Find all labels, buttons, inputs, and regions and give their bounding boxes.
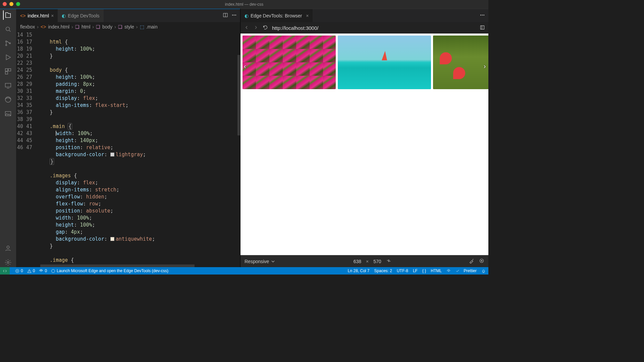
svg-rect-5 [8,69,11,71]
vertical-scrollbar[interactable] [237,55,240,135]
carousel-image [338,36,431,89]
tab-edge-devtools[interactable]: ◐ Edge DevTools [58,9,103,22]
language-mode-icon[interactable]: { } [422,268,426,273]
tab-index-html[interactable]: <> index.html × [16,9,58,22]
svg-point-10 [7,246,9,248]
image-viewer-icon[interactable] [3,109,13,118]
nav-forward-icon[interactable] [253,25,259,31]
breadcrumb-item[interactable]: .main [146,24,158,29]
launch-edge-hint[interactable]: Launch Microsoft Edge and open the Edge … [51,268,168,273]
close-tab-icon[interactable]: × [306,13,309,18]
breadcrumbs[interactable]: flexbox › <> index.html › ❑ html › ❑ bod… [16,22,240,32]
remote-indicator[interactable] [0,267,10,275]
encoding[interactable]: UTF-8 [397,268,408,273]
chevron-right-icon: › [92,24,94,29]
html-file-icon: <> [41,24,46,29]
more-actions-icon[interactable] [480,12,485,19]
carousel-next-icon[interactable]: › [481,62,488,70]
window-title: index.html — dev-css [225,2,264,7]
explorer-icon[interactable] [3,10,12,20]
code-content[interactable]: html { height: 100%; } body { height: 10… [38,32,240,267]
device-mode-select[interactable]: Responsive [245,259,276,264]
svg-rect-6 [5,72,8,74]
svg-point-1 [6,41,7,42]
svg-point-13 [232,15,233,15]
svg-point-18 [484,15,484,15]
devtools-pane: ◐ Edge DevTools: Browser × http://localh… [240,9,488,267]
edge-icon: ◐ [62,13,66,18]
search-icon[interactable] [3,24,13,34]
prettier-status[interactable]: Prettier [455,268,477,273]
breadcrumb-item[interactable]: flexbox [20,24,35,29]
live-server-icon[interactable] [446,269,451,273]
editor-pane: <> index.html × ◐ Edge DevTools flexbox … [16,9,240,267]
breadcrumb-item[interactable]: html [82,24,90,29]
svg-point-24 [52,269,55,273]
svg-point-21 [481,260,482,261]
svg-rect-4 [5,69,8,71]
carousel-prev-icon[interactable]: ‹ [241,62,249,70]
nav-back-icon[interactable] [244,25,249,31]
tab-label: Edge DevTools [68,13,99,18]
svg-point-11 [7,261,9,263]
edge-icon: ◐ [245,13,249,18]
eol[interactable]: LF [413,268,418,273]
html-file-icon: <> [20,13,25,18]
svg-point-2 [6,45,7,46]
chevron-right-icon: › [114,24,116,29]
breadcrumb-item[interactable]: style [124,24,134,29]
svg-point-14 [234,15,234,15]
color-picker-icon[interactable] [469,258,474,264]
page-preview[interactable]: ‹ › [240,34,488,255]
carousel-image [243,36,336,89]
problems-errors[interactable]: 0 [15,268,23,273]
tab-label: index.html [28,13,49,18]
svg-point-16 [480,15,481,15]
scm-icon[interactable] [3,39,13,48]
css-class-icon: ⬚ [140,24,144,29]
svg-point-0 [6,27,10,31]
svg-point-17 [482,15,483,15]
edge-devtools-icon[interactable] [3,95,13,104]
notifications-icon[interactable] [481,269,486,273]
close-window-button[interactable] [3,2,7,6]
tab-devtools-browser[interactable]: ◐ Edge DevTools: Browser × [240,9,313,22]
symbol-icon: ❑ [96,24,100,29]
close-tab-icon[interactable]: × [51,13,54,18]
rotate-icon[interactable] [386,258,391,264]
split-editor-icon[interactable] [223,12,228,19]
svg-rect-19 [481,25,484,29]
run-debug-icon[interactable] [3,53,13,62]
symbol-icon: ❑ [118,24,122,29]
code-editor[interactable]: 14 15 16 17 18 19 20 21 22 23 24 25 26 2… [16,32,240,267]
cursor-position[interactable]: Ln 28, Col 7 [348,268,370,273]
editor-tabs: <> index.html × ◐ Edge DevTools [16,9,240,22]
accounts-icon[interactable] [3,244,13,253]
minimize-window-button[interactable] [9,2,13,6]
breadcrumb-item[interactable]: index.html [48,24,69,29]
viewport-width[interactable]: 638 [354,259,361,264]
breadcrumb-item[interactable]: body [102,24,112,29]
language-mode[interactable]: HTML [431,268,442,273]
horizontal-scrollbar[interactable] [38,264,240,267]
devtools-tabs: ◐ Edge DevTools: Browser × [240,9,488,22]
svg-point-15 [235,15,236,15]
ports-item[interactable]: 0 [39,268,47,273]
chevron-right-icon: › [37,24,39,29]
viewport-height[interactable]: 570 [373,259,381,264]
url-field[interactable]: http://localhost:3000/ [272,25,476,31]
extensions-icon[interactable] [3,67,13,76]
target-icon[interactable] [479,258,484,264]
settings-icon[interactable] [3,258,13,267]
more-actions-icon[interactable] [231,12,237,19]
device-toolbar: Responsive 638 × 570 [240,255,488,267]
dimension-separator: × [366,259,369,264]
remote-icon[interactable] [3,81,13,90]
fullscreen-window-button[interactable] [16,2,20,6]
popout-icon[interactable] [480,25,485,31]
carousel-image [433,36,488,89]
problems-warnings[interactable]: 0 [27,268,35,273]
status-bar: 0 0 0 Launch Microsoft Edge and open the… [0,267,488,275]
reload-icon[interactable] [263,25,268,31]
indent-setting[interactable]: Spaces: 2 [374,268,392,273]
